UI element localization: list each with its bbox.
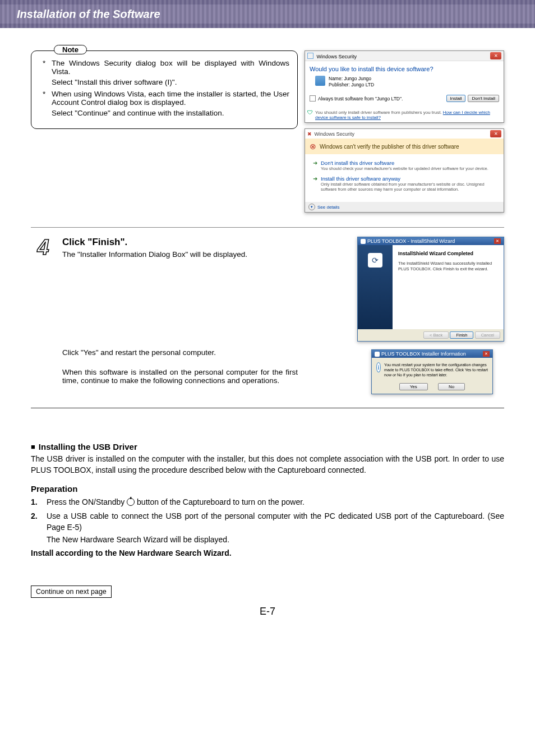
arrow-icon: ➜: [313, 160, 317, 171]
chapter-header: Installation of the Software: [0, 0, 535, 28]
option-subtext: Only install driver software obtained fr…: [321, 182, 496, 192]
option-title: Install this driver software anyway: [321, 176, 496, 182]
dialog-heading: Would you like to install this device so…: [310, 66, 499, 72]
installer-information-dialog: PLUS TOOLBOX Installer Information ✕ i Y…: [371, 349, 493, 394]
device-publisher: Publisher: Jungo LTD: [329, 82, 374, 88]
no-button[interactable]: No: [438, 383, 465, 390]
wizard-heading: InstallShield Wizard Completed: [398, 251, 498, 256]
dialog-title: Windows Security: [307, 53, 357, 59]
continue-on-next-page: Continue on next page: [31, 586, 112, 598]
always-trust-checkbox[interactable]: Always trust software from "Jungo LTD".: [310, 95, 403, 102]
dialog-title: PLUS TOOLBOX - InstallShield Wizard: [367, 238, 455, 244]
step-subtext: The "Installer Information Dialog Box" w…: [62, 250, 298, 259]
window-icon: [307, 53, 313, 59]
option-subtext: You should check your manufacturer's web…: [321, 166, 488, 171]
list-item: 2. Use a USB cable to connect the USB po…: [31, 511, 504, 533]
section-heading: ■ Installing the USB Driver: [31, 442, 504, 451]
windows-security-dialog-install: Windows Security ✕ Would you like to ins…: [305, 50, 504, 123]
wizard-text: The InstallShield Wizard has successfull…: [398, 261, 498, 272]
chevron-down-icon: ▾: [308, 204, 315, 210]
finish-button[interactable]: Finish: [450, 331, 473, 339]
list-text: button of the Captureboard to turn on th…: [137, 497, 305, 506]
step-heading: Click "Finish".: [62, 237, 298, 248]
list-text: Use a USB cable to connect the USB port …: [47, 511, 504, 533]
list-item: 1. Press the ON/Standby button of the Ca…: [31, 497, 504, 508]
info-icon: i: [376, 362, 381, 372]
body-text: The USB driver is installed on the compu…: [31, 454, 504, 476]
info-text: You must restart your system for the con…: [384, 362, 488, 377]
dialog-title: PLUS TOOLBOX Installer Information: [381, 351, 466, 357]
emphasis-text: Install according to the New Hardware Se…: [31, 548, 504, 557]
option-title: Don't install this driver software: [321, 160, 488, 166]
page-number: E-7: [0, 606, 535, 617]
close-icon[interactable]: ✕: [494, 238, 501, 244]
bullet-star: *: [43, 59, 48, 76]
shield-red-icon: ✖: [307, 131, 312, 137]
note-subtext: Select "Install this driver software (I)…: [52, 78, 289, 86]
square-bullet-icon: ■: [31, 442, 35, 451]
note-text: When using Windows Vista, each time the …: [52, 90, 289, 107]
yes-button[interactable]: Yes: [399, 383, 428, 390]
wizard-icon: ⟳: [368, 253, 382, 268]
close-icon[interactable]: ✕: [490, 130, 501, 137]
arrow-icon: ➜: [313, 176, 317, 192]
list-subtext: The New Hardware Search Wizard will be d…: [47, 535, 504, 544]
checkbox-icon: [310, 95, 316, 102]
install-button[interactable]: Install: [446, 95, 466, 102]
note-text: The Windows Security dialog box will be …: [52, 59, 289, 76]
app-icon: [375, 352, 380, 357]
step-paragraph: Click "Yes" and restart the personal com…: [62, 348, 298, 357]
device-name: Name: Jungo Jungo: [329, 76, 374, 82]
shield-icon: 🛡: [307, 110, 313, 116]
list-number: 2.: [31, 511, 42, 533]
note-label: Note: [54, 45, 87, 54]
list-number: 1.: [31, 497, 42, 508]
banner-text: Windows can't verify the publisher of th…: [320, 144, 459, 150]
windows-security-dialog-unverified: ✖ Windows Security ✕ ⊗ Windows can't ver…: [305, 128, 504, 213]
device-icon: [315, 76, 325, 86]
power-icon: [127, 498, 135, 506]
option-install-anyway[interactable]: ➜ Install this driver software anyway On…: [313, 176, 496, 192]
see-details-toggle[interactable]: ▾ See details: [305, 202, 504, 212]
app-icon: [361, 239, 366, 244]
note-box: Note * The Windows Security dialog box w…: [31, 50, 298, 129]
close-icon[interactable]: ✕: [490, 52, 501, 59]
list-text: Press the ON/Standby: [47, 497, 127, 506]
dont-install-button[interactable]: Don't Install: [468, 95, 499, 102]
bullet-star: *: [43, 90, 48, 107]
option-dont-install[interactable]: ➜ Don't install this driver software You…: [313, 160, 496, 171]
cancel-button: Cancel: [475, 331, 500, 339]
step-paragraph: When this software is installed on the p…: [62, 368, 298, 385]
page-title: Installation of the Software: [17, 8, 160, 21]
step-number: 4: [31, 237, 56, 258]
shield-warning-icon: ⊗: [310, 142, 316, 151]
close-icon[interactable]: ✕: [483, 351, 490, 357]
trust-footnote: You should only install driver software …: [315, 110, 442, 115]
separator: [31, 408, 504, 408]
back-button: < Back: [423, 331, 449, 339]
subsection-heading: Preparation: [31, 484, 504, 494]
installshield-wizard-dialog: PLUS TOOLBOX - InstallShield Wizard ✕ ⟳ …: [357, 237, 504, 342]
note-subtext: Select "Continue" and continue with the …: [52, 109, 289, 117]
dialog-title: ✖ Windows Security: [307, 131, 354, 137]
